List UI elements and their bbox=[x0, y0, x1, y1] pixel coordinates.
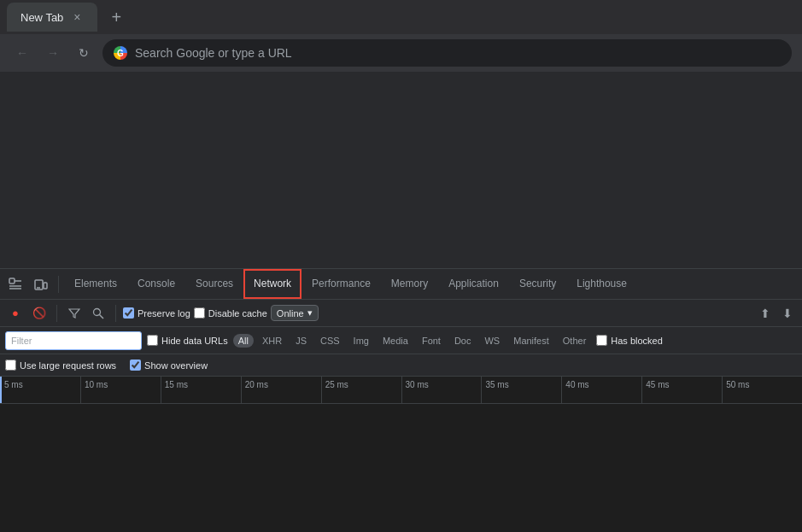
search-button[interactable] bbox=[88, 303, 108, 324]
title-bar: New Tab × + bbox=[0, 0, 802, 34]
show-overview-label[interactable]: Show overview bbox=[130, 360, 208, 371]
tick-45ms: 45 ms bbox=[641, 377, 722, 403]
tick-35ms: 35 ms bbox=[481, 377, 561, 403]
filter-css[interactable]: CSS bbox=[315, 334, 345, 348]
show-overview-text: Show overview bbox=[144, 360, 208, 371]
large-rows-label[interactable]: Use large request rows bbox=[5, 360, 116, 371]
refresh-button[interactable]: ↻ bbox=[72, 41, 96, 65]
clear-button[interactable]: 🚫 bbox=[29, 303, 50, 324]
network-content-area bbox=[0, 404, 802, 532]
svg-rect-0 bbox=[9, 278, 15, 284]
active-tab[interactable]: New Tab × bbox=[7, 3, 97, 32]
timeline-ticks: 5 ms 10 ms 15 ms 20 ms 25 ms 30 ms 35 ms… bbox=[0, 377, 802, 403]
filter-font[interactable]: Font bbox=[417, 334, 446, 348]
address-text: Search Google or type a URL bbox=[135, 46, 292, 60]
filter-input[interactable] bbox=[5, 331, 142, 350]
browser-content bbox=[0, 72, 802, 268]
preserve-log-label[interactable]: Preserve log bbox=[123, 307, 190, 319]
import-button[interactable]: ⬆ bbox=[756, 304, 775, 323]
inspect-element-button[interactable] bbox=[3, 272, 27, 296]
export-button[interactable]: ⬇ bbox=[778, 304, 797, 323]
filter-img[interactable]: Img bbox=[348, 334, 374, 348]
filter-type-group: All XHR JS CSS Img Media Font Doc WS Man… bbox=[233, 334, 592, 348]
timeline-start-line bbox=[0, 377, 2, 403]
network-separator-2 bbox=[115, 305, 116, 322]
svg-rect-5 bbox=[44, 283, 47, 289]
throttle-arrow: ▾ bbox=[307, 307, 313, 319]
back-button[interactable]: ← bbox=[10, 41, 34, 65]
large-rows-text: Use large request rows bbox=[20, 360, 116, 371]
filter-media[interactable]: Media bbox=[378, 334, 413, 348]
filter-doc[interactable]: Doc bbox=[449, 334, 477, 348]
new-tab-button[interactable]: + bbox=[104, 5, 128, 29]
filter-all[interactable]: All bbox=[233, 334, 254, 348]
hide-data-urls-text: Hide data URLs bbox=[161, 336, 228, 346]
filter-xhr[interactable]: XHR bbox=[257, 334, 287, 348]
tab-title: New Tab bbox=[20, 11, 63, 24]
timeline-bar: 5 ms 10 ms 15 ms 20 ms 25 ms 30 ms 35 ms… bbox=[0, 377, 802, 404]
tab-console[interactable]: Console bbox=[127, 269, 185, 299]
network-toolbar: ● 🚫 Preserve log Disable cache Onlin bbox=[0, 300, 802, 327]
tick-25ms: 25 ms bbox=[321, 377, 401, 403]
disable-cache-label[interactable]: Disable cache bbox=[194, 307, 267, 319]
has-blocked-label[interactable]: Has blocked bbox=[596, 335, 663, 346]
address-bar[interactable]: G Search Google or type a URL bbox=[102, 39, 792, 67]
svg-line-8 bbox=[100, 314, 104, 319]
google-logo-icon: G bbox=[113, 45, 128, 61]
has-blocked-text: Has blocked bbox=[611, 336, 663, 346]
options-bar: Use large request rows Show overview bbox=[0, 354, 802, 377]
network-separator-1 bbox=[56, 305, 57, 322]
svg-point-7 bbox=[94, 308, 101, 315]
tab-elements[interactable]: Elements bbox=[64, 269, 127, 299]
record-button[interactable]: ● bbox=[5, 303, 26, 324]
device-toolbar-button[interactable] bbox=[29, 272, 53, 296]
forward-button[interactable]: → bbox=[41, 41, 65, 65]
show-overview-checkbox[interactable] bbox=[130, 360, 141, 371]
tab-security[interactable]: Security bbox=[509, 269, 566, 299]
filter-other[interactable]: Other bbox=[558, 334, 592, 348]
hide-data-urls-label[interactable]: Hide data URLs bbox=[147, 335, 228, 346]
devtools-tabs: Elements Console Sources Network Perform… bbox=[64, 269, 637, 299]
toolbar-separator bbox=[58, 276, 59, 293]
tick-15ms: 15 ms bbox=[161, 377, 241, 403]
devtools-panel: Elements Console Sources Network Perform… bbox=[0, 268, 802, 532]
tick-20ms: 20 ms bbox=[241, 377, 321, 403]
tab-performance[interactable]: Performance bbox=[301, 269, 381, 299]
tab-sources[interactable]: Sources bbox=[185, 269, 243, 299]
tick-5ms: 5 ms bbox=[0, 377, 80, 403]
throttle-value: Online bbox=[277, 308, 304, 319]
throttle-select[interactable]: Online ▾ bbox=[271, 305, 319, 321]
tick-50ms: 50 ms bbox=[722, 377, 802, 403]
filter-ws[interactable]: WS bbox=[479, 334, 505, 348]
has-blocked-checkbox[interactable] bbox=[596, 335, 607, 346]
tab-close-button[interactable]: × bbox=[70, 10, 84, 24]
filter-bar: Hide data URLs All XHR JS CSS Img Media … bbox=[0, 327, 802, 354]
tab-memory[interactable]: Memory bbox=[381, 269, 438, 299]
hide-data-urls-checkbox[interactable] bbox=[147, 335, 158, 346]
filter-button[interactable] bbox=[64, 303, 85, 324]
tab-network[interactable]: Network bbox=[243, 269, 301, 299]
tick-10ms: 10 ms bbox=[80, 377, 161, 403]
filter-js[interactable]: JS bbox=[290, 334, 312, 348]
tick-30ms: 30 ms bbox=[401, 377, 482, 403]
google-g-icon: G bbox=[114, 46, 127, 60]
large-rows-checkbox[interactable] bbox=[5, 360, 16, 371]
tab-application[interactable]: Application bbox=[438, 269, 509, 299]
tick-40ms: 40 ms bbox=[561, 377, 641, 403]
tab-lighthouse[interactable]: Lighthouse bbox=[566, 269, 637, 299]
preserve-log-text: Preserve log bbox=[138, 308, 190, 319]
preserve-log-checkbox[interactable] bbox=[123, 307, 134, 319]
disable-cache-text: Disable cache bbox=[208, 308, 267, 319]
disable-cache-checkbox[interactable] bbox=[194, 307, 205, 319]
nav-bar: ← → ↻ G Search Google or type a URL bbox=[0, 34, 802, 72]
filter-manifest[interactable]: Manifest bbox=[508, 334, 554, 348]
devtools-toolbar: Elements Console Sources Network Perform… bbox=[0, 269, 802, 300]
